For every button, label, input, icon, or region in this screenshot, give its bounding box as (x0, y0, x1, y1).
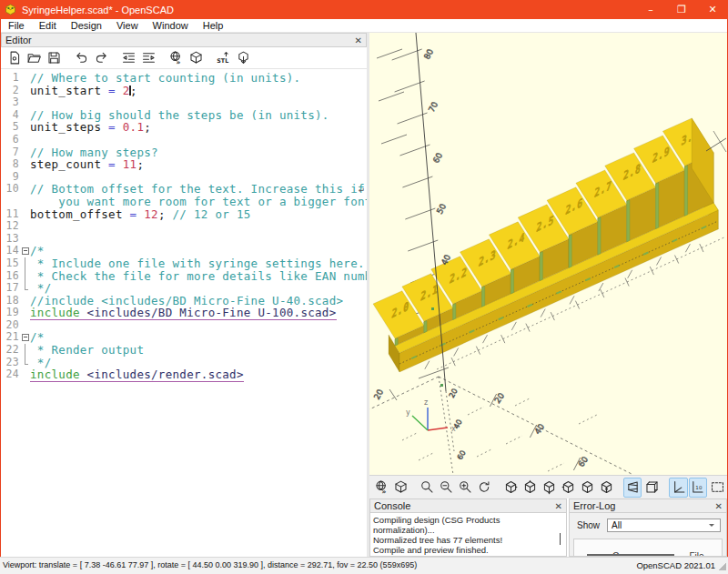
new-file-icon[interactable] (4, 48, 24, 68)
code-line[interactable]: 8step_count = 11; (1, 158, 367, 171)
code-line[interactable]: 14/* (1, 245, 367, 257)
fold-marker-icon[interactable] (21, 245, 30, 257)
line-number: 1 (1, 72, 21, 85)
redo-icon[interactable] (91, 48, 111, 68)
code-line[interactable]: 2unit_start = 2; (1, 85, 367, 97)
render-icon[interactable] (391, 478, 410, 498)
fold-gutter (21, 85, 30, 97)
view-right-icon[interactable] (501, 478, 520, 498)
code-text: unit_steps = 0.1; (30, 121, 151, 134)
code-line[interactable]: 15 * Include one file with syringe setti… (1, 257, 367, 270)
minimize-button[interactable]: – (635, 0, 666, 19)
fold-marker-icon[interactable] (21, 331, 30, 344)
viewport-toolbar: »10 (369, 475, 727, 498)
fold-gutter (21, 220, 30, 233)
code-line[interactable]: 9 (1, 171, 367, 184)
line-number (1, 196, 21, 208)
code-line[interactable]: 12 (1, 220, 367, 233)
code-text: /* (30, 245, 45, 257)
error-log-panel: Error-Log ✕ Show All Group File (569, 498, 727, 557)
send-print-icon[interactable] (233, 48, 253, 68)
code-line[interactable]: 19include <includes/BD Micro-Fine U-100.… (1, 307, 367, 319)
undo-icon[interactable] (71, 48, 91, 68)
perspective-icon[interactable] (623, 478, 642, 498)
code-editor[interactable]: 1// Where to start counting (in units).2… (1, 70, 367, 557)
code-text: // Bottom offset for the text. Increase … (30, 183, 365, 196)
view-all-icon[interactable] (708, 478, 726, 498)
open-file-icon[interactable] (24, 48, 44, 68)
console-output[interactable]: Compiling design (CSG Products normaliza… (369, 513, 567, 557)
zoom-out-icon[interactable] (437, 478, 455, 498)
show-filter-dropdown[interactable]: All (607, 519, 721, 532)
line-number: 11 (1, 208, 21, 221)
menu-edit[interactable]: Edit (32, 19, 64, 33)
error-log-close-icon[interactable]: ✕ (715, 499, 723, 514)
code-line[interactable]: 13 (1, 233, 367, 246)
status-bar: Viewport: translate = [ 7.38 -46.61 77.9… (0, 557, 728, 574)
line-number: 23 (1, 357, 21, 369)
view-top-icon[interactable] (521, 478, 539, 498)
indent-icon[interactable] (138, 48, 158, 68)
code-line[interactable]: 21/* (1, 331, 367, 344)
code-line[interactable]: 24include <includes/render.scad> (1, 368, 367, 381)
menu-design[interactable]: Design (64, 19, 109, 33)
zoom-in-icon[interactable] (456, 478, 474, 498)
line-number: 13 (1, 233, 21, 246)
error-log-title: Error-Log (573, 500, 615, 511)
menu-view[interactable]: View (109, 19, 146, 33)
code-text: */ (30, 357, 51, 369)
close-button[interactable]: ✕ (697, 0, 728, 19)
unindent-icon[interactable] (118, 48, 138, 68)
resize-grip[interactable] (718, 562, 726, 570)
view-left-icon[interactable] (559, 478, 577, 498)
code-line[interactable]: 7// How many steps? (1, 146, 367, 159)
viewport-3d-scene[interactable]: 2.02.12.22.32.42.52.62.72.82.93.08070605… (369, 33, 727, 475)
menu-help[interactable]: Help (196, 19, 231, 33)
line-number: 24 (1, 368, 21, 381)
line-number: 2 (1, 85, 21, 97)
code-line[interactable]: 20 (1, 319, 367, 332)
code-line[interactable]: 18//include <includes/BD Micro-Fine U-40… (1, 295, 367, 307)
preview-icon[interactable]: » (166, 48, 186, 68)
preview-icon[interactable]: » (372, 478, 390, 498)
maximize-button[interactable]: ❐ (666, 0, 697, 19)
line-wrap-icon: ↵ (359, 183, 364, 196)
view-front-icon[interactable] (578, 478, 596, 498)
code-line[interactable]: 10// Bottom offset for the text. Increas… (1, 183, 367, 196)
code-line[interactable]: 4// How big should the steps be (in unit… (1, 109, 367, 122)
view-bottom-icon[interactable] (540, 478, 558, 498)
menu-window[interactable]: Window (146, 19, 196, 33)
show-axes-icon[interactable] (669, 478, 687, 498)
fold-gutter (21, 344, 30, 357)
fold-gutter (21, 295, 30, 307)
zoom-all-icon[interactable] (418, 478, 436, 498)
orthogonal-icon[interactable] (642, 478, 661, 498)
editor-panel: Editor ✕ »STL 1// Where to start countin… (1, 33, 367, 557)
save-icon[interactable] (44, 48, 64, 68)
menu-file[interactable]: File (1, 19, 32, 33)
console-close-icon[interactable]: ✕ (555, 499, 562, 514)
code-text: * Include one file with syringe settings… (30, 257, 365, 270)
code-line[interactable]: you want more room for text or a bigger … (1, 196, 367, 208)
line-number: 7 (1, 146, 21, 159)
code-text: // Where to start counting (in units). (30, 72, 300, 85)
app-logo-icon (5, 4, 16, 15)
code-line[interactable]: 1// Where to start counting (in units). (1, 72, 367, 85)
editor-close-icon[interactable]: ✕ (355, 34, 362, 48)
show-scale-markers-icon[interactable]: 10 (689, 478, 707, 498)
code-line[interactable]: 22 * Render output (1, 344, 367, 357)
export-stl-icon[interactable]: STL (213, 48, 233, 68)
line-number: 9 (1, 171, 21, 184)
code-line[interactable]: 23 */ (1, 357, 367, 369)
reset-view-icon[interactable] (475, 478, 493, 498)
code-line[interactable]: 6 (1, 134, 367, 146)
openscad-window: SyringeHelper.scad* - OpenSCAD – ❐ ✕ Fil… (0, 0, 728, 574)
code-line[interactable]: 17 */ (1, 282, 367, 295)
render-icon[interactable] (186, 48, 206, 68)
window-title: SyringeHelper.scad* - OpenSCAD (22, 5, 174, 15)
code-line[interactable]: 5unit_steps = 0.1; (1, 121, 367, 134)
code-line[interactable]: 3 (1, 96, 367, 109)
code-line[interactable]: 16 * Check the file for more details lik… (1, 270, 367, 283)
code-line[interactable]: 11bottom_offset = 12; // 12 or 15 (1, 208, 367, 221)
view-back-icon[interactable] (597, 478, 615, 498)
